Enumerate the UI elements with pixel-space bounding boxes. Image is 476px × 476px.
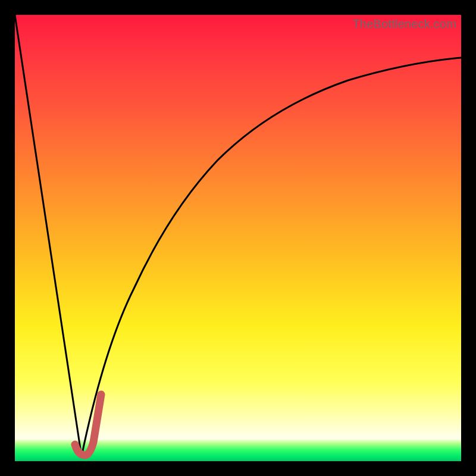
right-curve [82,58,461,456]
left-line [15,15,82,456]
curve-layer [15,15,461,461]
chart-frame: TheBottleneck.com [0,0,476,476]
plot-area: TheBottleneck.com [15,15,461,461]
